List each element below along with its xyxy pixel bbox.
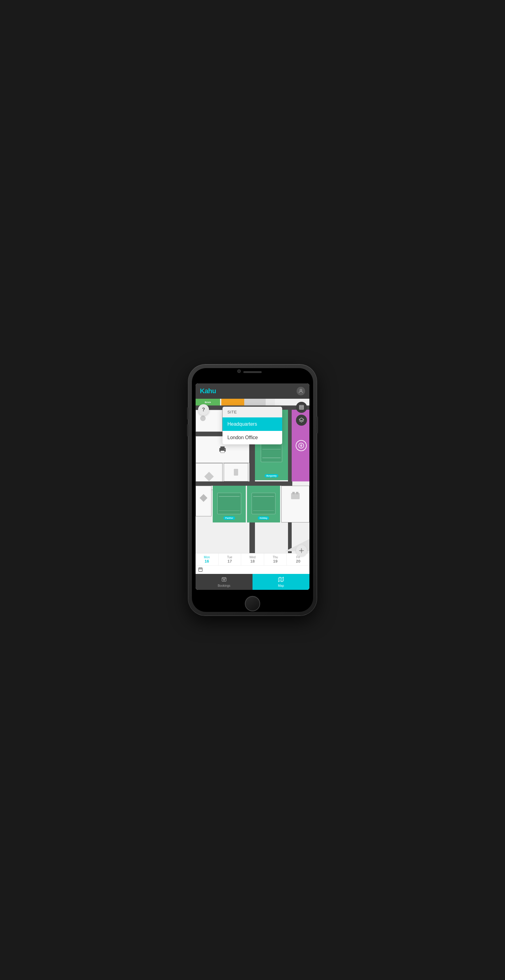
tue-name: Tue: [227, 555, 232, 559]
brick-bar: Brick: [195, 399, 220, 406]
table-holiday: [252, 493, 275, 514]
brick-label: Brick: [205, 401, 211, 404]
bookings-label: Bookings: [218, 584, 230, 587]
table-panther: [217, 493, 241, 514]
bookings-icon: [221, 577, 227, 584]
calendar-days: Mon 16 Tue 17 Wed 18: [195, 554, 310, 566]
thu-num: 19: [273, 559, 277, 563]
small-item: [234, 469, 238, 476]
app-logo: Kahu: [200, 387, 216, 395]
room-right-bottom: [281, 486, 310, 522]
camera: [237, 369, 241, 373]
svg-point-0: [300, 389, 302, 391]
calendar-icon-row: [195, 566, 310, 574]
thu-name: Thu: [273, 555, 278, 559]
burgundy-label: Burgundy: [264, 474, 278, 477]
crosshair-button[interactable]: [296, 545, 307, 556]
mon-name: Mon: [204, 555, 210, 559]
svg-rect-8: [292, 492, 295, 494]
panther-label: Panther: [224, 516, 235, 520]
cal-day-tue[interactable]: Tue 17: [219, 554, 241, 565]
booking-icon: [198, 567, 203, 573]
dropdown-menu: SITE Headquarters London Office: [222, 407, 282, 444]
box-icon: [290, 492, 301, 502]
calendar-strip: Mon 16 Tue 17 Wed 18: [195, 553, 310, 574]
power-button: [317, 417, 318, 433]
gray-bar-1: [244, 399, 266, 406]
dropdown-header: SITE: [222, 407, 282, 417]
cal-day-thu[interactable]: Thu 19: [264, 554, 287, 565]
room-panther[interactable]: Panther: [213, 486, 246, 522]
mon-num: 16: [205, 559, 209, 563]
room-diamond-2: [195, 486, 211, 516]
cal-day-mon[interactable]: Mon 16: [195, 554, 219, 565]
speaker: [243, 371, 262, 373]
map-label: Map: [278, 584, 284, 587]
light-bar: [266, 399, 275, 406]
help-button[interactable]: ?: [198, 404, 209, 415]
desk-1: [200, 415, 206, 421]
phone-frame: Kahu Brick: [188, 364, 317, 616]
tue-num: 17: [227, 559, 232, 563]
fri-name: Fri: [296, 555, 300, 559]
phone-screen: Kahu Brick: [192, 368, 313, 612]
svg-point-29: [224, 579, 225, 580]
room-small: [224, 463, 248, 481]
home-button[interactable]: [245, 596, 260, 611]
site-dropdown: SITE Headquarters London Office: [222, 407, 310, 444]
wed-name: Wed: [249, 555, 256, 559]
cal-day-wed[interactable]: Wed 18: [241, 554, 264, 565]
svg-rect-4: [220, 447, 225, 449]
dropdown-item-london[interactable]: London Office: [222, 431, 282, 444]
map-icon: [278, 577, 284, 584]
svg-rect-9: [296, 492, 299, 494]
volume-down-button: [187, 424, 188, 436]
svg-marker-30: [278, 577, 284, 582]
corridor-h2: [195, 481, 292, 486]
svg-rect-5: [220, 450, 225, 453]
user-avatar[interactable]: [297, 387, 305, 395]
svg-rect-10: [199, 568, 202, 571]
volume-up-button: [187, 407, 188, 420]
diamond-2: [200, 494, 207, 502]
app-header: Kahu: [195, 383, 310, 399]
tab-bookings[interactable]: Bookings: [195, 574, 252, 590]
fri-num: 20: [296, 559, 300, 563]
dropdown-item-headquarters[interactable]: Headquarters: [222, 417, 282, 431]
printer-icon: [218, 446, 227, 453]
room-holiday[interactable]: Holiday: [247, 486, 280, 522]
svg-point-20: [301, 550, 302, 552]
wed-num: 18: [250, 559, 255, 563]
bottom-tabs: Bookings Map: [195, 574, 310, 590]
diamond-1: [204, 472, 214, 481]
holiday-label: Holiday: [258, 516, 269, 520]
tab-map[interactable]: Map: [252, 574, 310, 590]
svg-rect-6: [224, 449, 225, 450]
top-bar: Brick: [195, 399, 310, 406]
help-label: ?: [202, 407, 205, 412]
orange-bar: [221, 399, 244, 406]
app-screen: Kahu Brick: [195, 383, 310, 590]
map-area: Brick: [195, 399, 310, 574]
